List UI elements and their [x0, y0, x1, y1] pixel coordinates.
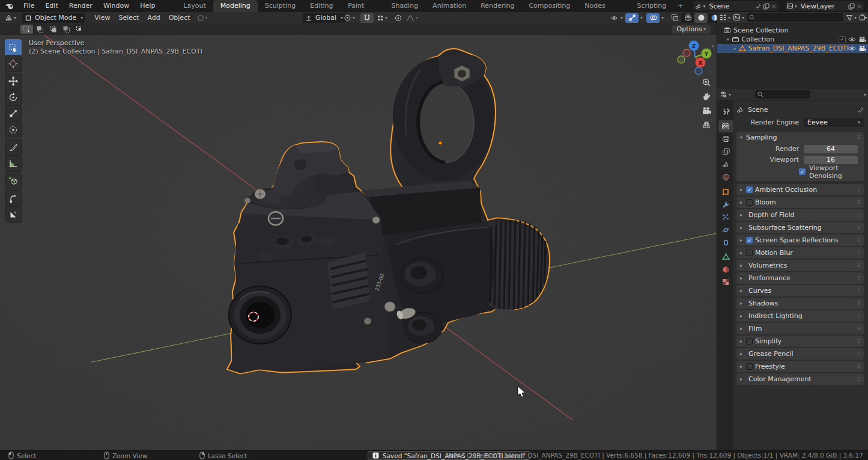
- disable-render-camera-icon[interactable]: [858, 36, 866, 43]
- tab-material[interactable]: [718, 263, 733, 275]
- tool-select-box[interactable]: [5, 39, 22, 56]
- pin-icon[interactable]: [755, 3, 761, 9]
- tab-render[interactable]: [718, 120, 733, 132]
- tab-object[interactable]: [718, 186, 733, 198]
- tab-scene[interactable]: [718, 158, 733, 170]
- view-layer-name[interactable]: ViewLayer: [797, 2, 846, 10]
- menu-render[interactable]: Render: [64, 0, 98, 12]
- panel-shadows[interactable]: ▸ Shadows ⠿: [736, 298, 864, 309]
- panel-film[interactable]: ▸ Film ⠿: [736, 323, 864, 334]
- tab-particles[interactable]: [718, 211, 733, 223]
- shading-wireframe-button[interactable]: [681, 13, 694, 23]
- show-object-types-dropdown[interactable]: ▾: [609, 13, 625, 23]
- panel-bloom[interactable]: ▸ Bloom ⠿: [736, 197, 864, 208]
- tab-rendering[interactable]: Rendering: [473, 0, 521, 12]
- zoom-view-button[interactable]: [700, 76, 713, 89]
- expand-icon[interactable]: ▸: [734, 46, 736, 51]
- menu-window[interactable]: Window: [98, 0, 135, 12]
- select-mode-invert-button[interactable]: [60, 25, 73, 34]
- tab-texture[interactable]: [718, 276, 733, 288]
- tool-measure[interactable]: [5, 155, 22, 172]
- drag-grip-icon[interactable]: ⠿: [857, 225, 860, 231]
- panel-subsurface-scattering[interactable]: ▸ Subsurface Scattering ⠿: [736, 222, 864, 233]
- render-engine-select[interactable]: Eevee ▾: [804, 118, 864, 127]
- drag-grip-icon[interactable]: ⠿: [857, 288, 860, 294]
- outliner-search-input[interactable]: [747, 13, 843, 22]
- proportional-editing-toggle[interactable]: [392, 13, 405, 23]
- tool-add-cube[interactable]: [5, 173, 22, 189]
- collection-exclude-checkbox[interactable]: ✓: [839, 36, 846, 43]
- proportional-falloff-selector[interactable]: ▾: [404, 13, 420, 23]
- drag-grip-icon[interactable]: ⠿: [857, 238, 860, 244]
- panel-performance[interactable]: ▸ Performance ⠿: [736, 272, 864, 284]
- outliner-row-collection[interactable]: ▾ Collection ✓: [717, 35, 868, 44]
- gizmo-axis-neg-z[interactable]: [695, 67, 702, 75]
- tool-corner-extrude[interactable]: [5, 206, 22, 223]
- menu-help[interactable]: Help: [135, 0, 160, 12]
- new-collection-button[interactable]: [859, 14, 867, 21]
- tool-cursor[interactable]: [5, 55, 22, 72]
- tab-modifiers[interactable]: [718, 198, 733, 210]
- panel-motion-blur[interactable]: ▸ Motion Blur ⠿: [736, 247, 864, 259]
- tab-physics[interactable]: [718, 224, 733, 236]
- scene-name[interactable]: Scene: [706, 2, 755, 10]
- menu-edit[interactable]: Edit: [40, 0, 63, 12]
- viewport-canvas[interactable]: 233-00: [0, 35, 717, 450]
- view-layer-icon[interactable]: [786, 2, 794, 10]
- panel-checkbox[interactable]: [746, 250, 753, 256]
- tab-world[interactable]: [718, 171, 733, 183]
- panel-checkbox[interactable]: ✓: [746, 237, 753, 244]
- tab-uv-editing[interactable]: UV Editing: [303, 0, 341, 12]
- transform-orientation-selector[interactable]: Global ▾: [303, 13, 345, 23]
- menu-object[interactable]: Object: [165, 14, 195, 22]
- shading-solid-button[interactable]: [694, 13, 708, 23]
- drag-grip-icon[interactable]: ⠿: [857, 313, 860, 319]
- tab-animation[interactable]: Animation: [425, 0, 473, 12]
- tab-texture-paint[interactable]: Texture Paint: [341, 0, 384, 12]
- tool-scale[interactable]: [5, 105, 22, 122]
- drag-grip-icon[interactable]: ⠿: [857, 376, 860, 382]
- tab-tool[interactable]: [718, 105, 733, 117]
- new-view-layer-icon[interactable]: [848, 3, 855, 10]
- panel-depth-of-field[interactable]: ▸ Depth of Field ⠿: [736, 209, 864, 221]
- outliner-row-safran-object[interactable]: ▸ Safran_DSI_ANPAS_29B_ECOTI: [717, 44, 868, 53]
- menu-view[interactable]: View: [90, 14, 114, 22]
- tab-layout[interactable]: Layout: [176, 0, 213, 12]
- drag-grip-icon[interactable]: ⠿: [857, 135, 860, 141]
- panel-volumetrics[interactable]: ▸ Volumetrics ⠿: [736, 260, 864, 271]
- menu-file[interactable]: File: [18, 0, 40, 12]
- editor-type-button[interactable]: ▾: [719, 14, 730, 21]
- sampling-render-field[interactable]: 64: [804, 145, 858, 153]
- menu-add[interactable]: Add: [143, 14, 164, 22]
- drag-grip-icon[interactable]: ⠿: [857, 351, 860, 357]
- snap-settings[interactable]: ▾: [374, 13, 390, 23]
- sampling-panel-header[interactable]: ▾ Sampling ⠿: [736, 132, 864, 143]
- add-workspace-button[interactable]: +: [673, 0, 687, 12]
- tool-rounded-corner[interactable]: [5, 190, 22, 207]
- gizmo-axis-y[interactable]: Y: [702, 49, 712, 59]
- breadcrumb-scene[interactable]: Scene: [748, 106, 768, 114]
- menu-select[interactable]: Select: [114, 14, 143, 22]
- editor-type-button[interactable]: ▾: [2, 13, 19, 23]
- tool-transform[interactable]: [5, 121, 22, 138]
- select-mode-extend-button[interactable]: [34, 25, 46, 34]
- show-gizmo-toggle[interactable]: [625, 13, 639, 23]
- adjust-last-operation-button[interactable]: ▾: [195, 13, 210, 23]
- tab-geometry-nodes[interactable]: Geometry Nodes: [577, 0, 630, 12]
- mode-selector[interactable]: Object Mode ▾: [22, 13, 85, 23]
- chevron-down-icon[interactable]: ▾: [864, 92, 866, 97]
- drag-grip-icon[interactable]: ⠿: [857, 250, 860, 256]
- tab-view-layer[interactable]: [718, 146, 733, 158]
- expand-icon[interactable]: ▾: [727, 37, 729, 42]
- display-mode-button[interactable]: ▾: [733, 14, 744, 21]
- new-scene-icon[interactable]: [763, 3, 769, 10]
- panel-screen-space-reflections[interactable]: ▸ ✓ Screen Space Reflections ⠿: [736, 235, 864, 246]
- toggle-perspective-button[interactable]: [700, 118, 713, 131]
- pin-icon[interactable]: [857, 106, 864, 113]
- viewport-denoising-checkbox[interactable]: ✓: [799, 168, 806, 175]
- disable-render-camera-icon[interactable]: [858, 45, 866, 52]
- select-mode-subtract-button[interactable]: [47, 25, 59, 34]
- panel-grease-pencil[interactable]: ▸ Grease Pencil ⠿: [736, 348, 864, 360]
- camera-view-button[interactable]: [700, 104, 713, 117]
- sampling-viewport-field[interactable]: 16: [804, 156, 858, 164]
